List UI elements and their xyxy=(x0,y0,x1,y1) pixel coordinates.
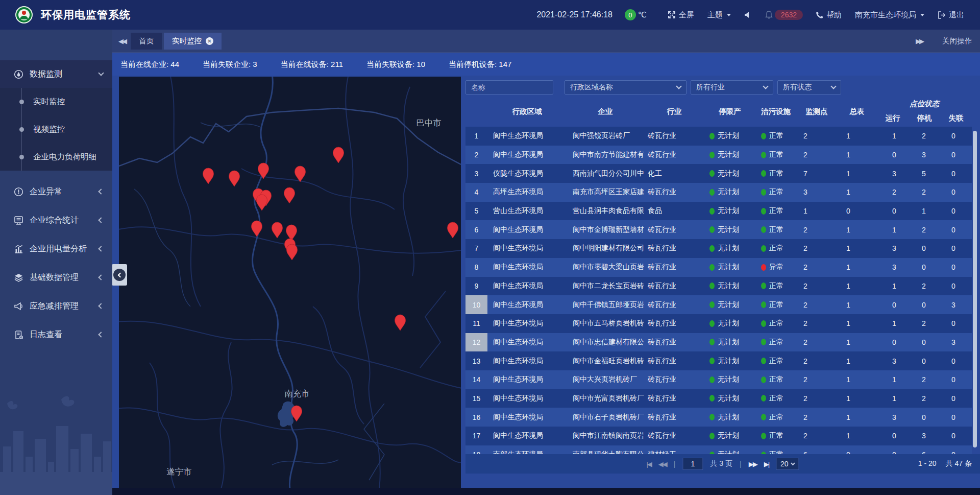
cell-industry: 食品 xyxy=(644,202,704,221)
theme-dropdown[interactable]: 主题 xyxy=(707,10,731,20)
sidebar-group-label: 数据监测 xyxy=(30,69,62,80)
sidebar-item-应急减排管理[interactable]: 应急减排管理 xyxy=(0,292,112,320)
sidebar-item-企业电力负荷明细[interactable]: 企业电力负荷明细 xyxy=(0,143,112,171)
sidebar-group-数据监测[interactable]: 数据监测 xyxy=(0,60,112,88)
pagination-last-icon[interactable]: ▶| xyxy=(764,460,769,468)
tab-close-icon[interactable]: ✕ xyxy=(206,37,213,45)
phone-icon xyxy=(816,11,823,19)
name-search-input[interactable] xyxy=(465,80,553,95)
sidebar-item-label: 应急减排管理 xyxy=(30,301,79,312)
sidebar-item-实时监控[interactable]: 实时监控 xyxy=(0,88,112,115)
tab-realtime-monitor[interactable]: 实时监控 ✕ xyxy=(164,33,222,50)
table-row[interactable]: 12阆中生态环境局阆中市忠信建材有限公砖瓦行业无计划正常21003 xyxy=(465,333,972,352)
page-root: 环保用电监管系统 2021-02-25 17:46:18 0 ℃ 全屏 主题 2… xyxy=(0,0,980,495)
row-index: 17 xyxy=(465,427,487,445)
table-row[interactable]: 2阆中生态环境局阆中市南方节能建材有砖瓦行业无计划正常21030 xyxy=(465,146,972,164)
map-canvas[interactable]: 巴中市南充市遂宁市 xyxy=(119,77,461,488)
page-number-input[interactable] xyxy=(682,458,703,470)
table-row[interactable]: 14阆中生态环境局阆中大兴页岩机砖厂砖瓦行业无计划正常21120 xyxy=(465,370,972,389)
notification-button[interactable]: 2632 xyxy=(765,10,803,20)
region-select-value: 行政区域名称 xyxy=(570,83,613,92)
help-button[interactable]: 帮助 xyxy=(816,10,842,20)
sidebar-item-基础数据管理[interactable]: 基础数据管理 xyxy=(0,264,112,291)
table-row[interactable]: 3仪陇生态环境局西南油气田分公司川中化工无计划正常71350 xyxy=(465,164,972,183)
status-select[interactable]: 所有状态 xyxy=(777,80,841,95)
name-search-field[interactable] xyxy=(471,83,548,91)
col-header-行政区域: 行政区域 xyxy=(487,96,567,127)
cell-facility-status: 正常 xyxy=(755,127,796,146)
bullet-dot-icon xyxy=(19,155,24,159)
chevron-down-icon xyxy=(676,83,681,89)
megaphone-icon xyxy=(13,301,23,311)
pagination-prev-icon[interactable]: ◀◀ xyxy=(658,460,667,468)
table-row[interactable]: 18南部生态环境局南部县砚华土陶有限公建材轻工无计划正常60060 xyxy=(465,445,972,454)
map-collapse-button[interactable] xyxy=(112,264,127,286)
sidebar-item-企业用电量分析[interactable]: 企业用电量分析 xyxy=(0,235,112,263)
mute-speaker-button[interactable] xyxy=(744,11,752,18)
close-operations-button[interactable]: 关闭操作 xyxy=(942,36,972,46)
cell-lost-count: 0 xyxy=(940,408,972,427)
cell-region: 阆中生态环境局 xyxy=(487,239,567,258)
cell-industry: 砖瓦行业 xyxy=(644,333,704,352)
cell-region: 阆中生态环境局 xyxy=(487,127,567,146)
cell-company: 阆中市南方节能建材有 xyxy=(567,146,644,164)
cell-industry: 砖瓦行业 xyxy=(644,127,704,146)
region-select[interactable]: 行政区域名称 xyxy=(565,80,687,95)
table-row[interactable]: 1阆中生态环境局阆中强锐页岩砖厂砖瓦行业无计划正常21120 xyxy=(465,127,972,146)
col-header-行业: 行业 xyxy=(644,96,704,127)
cell-monitor-count: 2 xyxy=(796,427,837,445)
org-dropdown[interactable]: 南充市生态环境局 xyxy=(855,10,924,20)
app-logo-icon xyxy=(15,6,33,23)
table-row[interactable]: 17阆中生态环境局阆中市江南镇阆南页岩砖瓦行业无计划正常21030 xyxy=(465,427,972,445)
table-row[interactable]: 4高坪生态环境局南充市高坪区王家店建砖瓦行业无计划正常31220 xyxy=(465,183,972,202)
table-scrollbar[interactable] xyxy=(973,131,977,447)
pagination-next-icon[interactable]: ▶▶ xyxy=(749,460,757,468)
sidebar-item-视频监控[interactable]: 视频监控 xyxy=(0,115,112,143)
sidebar-item-label: 实时监控 xyxy=(33,97,65,107)
status-dot-icon xyxy=(761,245,766,252)
alert-icon xyxy=(13,187,23,197)
row-index: 11 xyxy=(465,314,487,333)
table-row[interactable]: 5营山生态环境局营山县润丰肉食品有限食品无计划正常10010 xyxy=(465,202,972,221)
cell-stop-count: 2 xyxy=(909,183,940,202)
table-row[interactable]: 9阆中生态环境局阆中市二龙长宝页岩砖砖瓦行业无计划正常21120 xyxy=(465,277,972,296)
logout-icon xyxy=(938,11,946,19)
cell-facility-status: 正常 xyxy=(755,295,796,314)
page-size-select[interactable]: 20 xyxy=(776,458,799,470)
logout-button[interactable]: 退出 xyxy=(938,10,964,20)
tabs-scroll-left-icon[interactable]: ◀◀ xyxy=(112,37,131,45)
cell-facility-status: 正常 xyxy=(755,427,796,445)
table-row[interactable]: 10阆中生态环境局阆中千佛镇五郎垭页岩砖瓦行业无计划正常21003 xyxy=(465,295,972,314)
chevron-down-icon xyxy=(98,70,104,76)
layers-icon xyxy=(13,273,23,282)
cell-stop-status: 无计划 xyxy=(704,314,755,333)
table-row[interactable]: 13阆中生态环境局阆中市金福旺页岩机砖砖瓦行业无计划正常21300 xyxy=(465,351,972,370)
pagination-first-icon[interactable]: |◀ xyxy=(646,460,651,468)
table-row[interactable]: 6阆中生态环境局阆中市金博瑞新型墙材砖瓦行业无计划正常21120 xyxy=(465,220,972,239)
sidebar-item-日志查看[interactable]: 日志查看 xyxy=(0,321,112,348)
table-row[interactable]: 8阆中生态环境局阆中市枣碧大梁山页岩砖瓦行业无计划异常21300 xyxy=(465,258,972,277)
industry-select[interactable]: 所有行业 xyxy=(691,80,773,95)
status-dot-icon xyxy=(761,358,766,364)
table-row[interactable]: 16阆中生态环境局阆中市石子页岩机砖厂砖瓦行业无计划正常21300 xyxy=(465,408,972,427)
cell-stop-count: 3 xyxy=(909,427,940,445)
tabs-scroll-right-icon[interactable]: ▶▶ xyxy=(910,37,928,45)
cell-monitor-count: 2 xyxy=(796,239,837,258)
sidebar-item-企业异常[interactable]: 企业异常 xyxy=(0,178,112,205)
cell-monitor-count: 2 xyxy=(796,295,837,314)
cell-monitor-count: 2 xyxy=(796,146,837,164)
row-index: 13 xyxy=(465,351,487,370)
sidebar-item-企业综合统计[interactable]: 企业综合统计 xyxy=(0,206,112,234)
cell-run-count: 0 xyxy=(877,146,909,164)
table-row[interactable]: 7阆中生态环境局阆中明阳建材有限公司砖瓦行业无计划正常21300 xyxy=(465,239,972,258)
table-row[interactable]: 15阆中生态环境局阆中市光富页岩机砖厂砖瓦行业无计划正常21120 xyxy=(465,389,972,408)
cell-facility-status: 正常 xyxy=(755,202,796,221)
cell-facility-status: 正常 xyxy=(755,445,796,454)
cell-company: 南部县砚华土陶有限公 xyxy=(567,445,644,454)
cell-stop-count: 2 xyxy=(909,220,940,239)
fullscreen-button[interactable]: 全屏 xyxy=(668,10,694,20)
cell-meter-count: 1 xyxy=(837,408,877,427)
map-panel[interactable]: 巴中市南充市遂宁市 xyxy=(119,77,461,488)
tab-home[interactable]: 首页 xyxy=(131,33,162,50)
table-row[interactable]: 11阆中生态环境局阆中市五马桥页岩机砖砖瓦行业无计划正常21120 xyxy=(465,314,972,333)
